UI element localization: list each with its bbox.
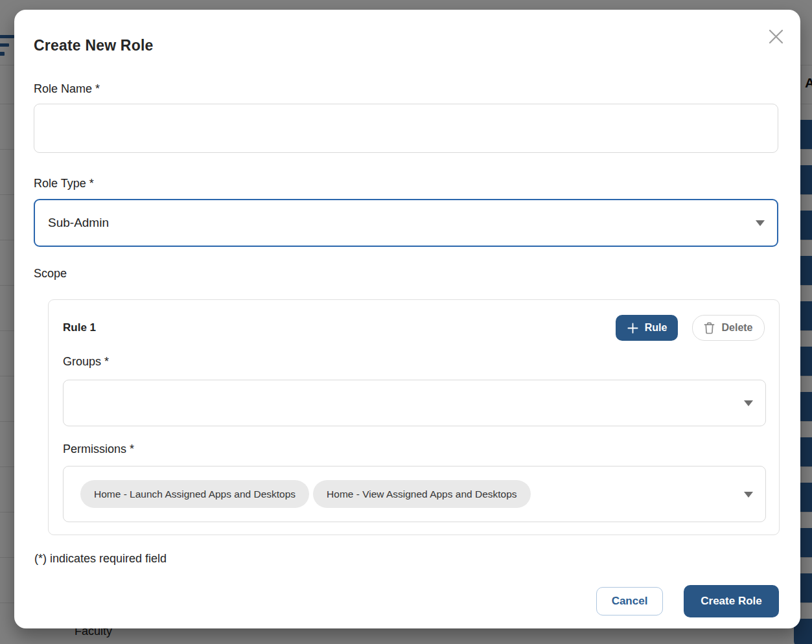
role-type-select[interactable]: Sub-Admin	[34, 199, 778, 247]
groups-label: Groups *	[63, 355, 109, 369]
cancel-button[interactable]: Cancel	[596, 587, 663, 615]
close-icon	[767, 28, 785, 45]
delete-rule-button[interactable]: Delete	[692, 315, 765, 341]
rule-actions: Rule Delete	[616, 315, 765, 341]
add-rule-button[interactable]: Rule	[616, 315, 678, 341]
permission-chip[interactable]: Home - Launch Assigned Apps and Desktops	[80, 480, 309, 508]
scope-label: Scope	[34, 267, 67, 281]
required-field-note: (*) indicates required field	[34, 552, 167, 566]
role-name-label: Role Name *	[34, 82, 100, 96]
permissions-label: Permissions *	[63, 443, 134, 456]
chevron-down-icon	[744, 492, 753, 498]
add-rule-label: Rule	[645, 322, 667, 334]
role-name-input[interactable]	[34, 104, 778, 153]
delete-rule-label: Delete	[721, 322, 752, 334]
permission-chip[interactable]: Home - View Assigned Apps and Desktops	[313, 480, 531, 508]
create-new-role-dialog: Create New Role Role Name * Role Type * …	[14, 10, 800, 628]
scope-rule-card: Rule 1 Rule	[48, 299, 780, 535]
role-type-label: Role Type *	[34, 177, 94, 190]
plus-icon	[627, 322, 639, 334]
chevron-down-icon	[744, 400, 753, 406]
trash-icon	[704, 322, 715, 334]
rule-header-row: Rule 1 Rule	[63, 315, 765, 341]
rule-title: Rule 1	[63, 321, 96, 334]
dialog-title: Create New Role	[34, 37, 154, 54]
permissions-select[interactable]: Home - Launch Assigned Apps and Desktops…	[63, 466, 766, 522]
role-type-value: Sub-Admin	[48, 216, 109, 230]
chevron-down-icon	[756, 220, 765, 226]
groups-select[interactable]	[63, 380, 766, 426]
screen: A Faculty Create New Role Role Name *	[0, 0, 812, 644]
close-button[interactable]	[765, 26, 786, 47]
create-role-button[interactable]: Create Role	[684, 585, 779, 617]
